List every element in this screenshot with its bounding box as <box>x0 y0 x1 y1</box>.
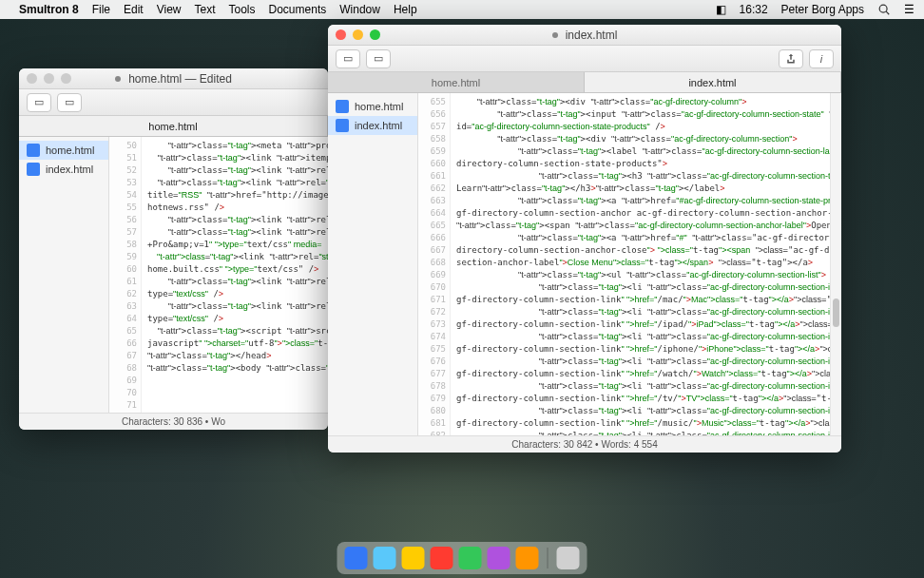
dock-trash[interactable] <box>557 547 580 569</box>
toolbar-button-left2[interactable]: ▭ <box>57 93 82 112</box>
code-area[interactable]: "t-attr">class="t-tag"><div "t-attr">cla… <box>451 93 830 435</box>
svg-line-1 <box>886 11 889 14</box>
sidebar-item-label: index.html <box>46 164 93 175</box>
dock-app-7[interactable] <box>516 547 539 569</box>
info-button[interactable]: i <box>809 49 834 68</box>
tab-home[interactable]: home.html <box>328 72 585 92</box>
menubar-extra-icon[interactable]: ◧ <box>716 3 726 16</box>
toolbar-button-left1[interactable]: ▭ <box>27 93 51 112</box>
sidebar-item-label: home.html <box>46 144 94 156</box>
code-area[interactable]: "t-attr">class="t-tag"><meta "t-attr">pr… <box>142 137 328 413</box>
clock[interactable]: 16:32 <box>740 3 768 16</box>
dock-app-2[interactable] <box>374 547 396 569</box>
editor[interactable]: 655 656 657 658 659 660 661 662 663 664 … <box>418 93 830 435</box>
zoom-button[interactable] <box>61 73 71 84</box>
line-gutter: 50 51 52 53 54 55 56 57 58 59 60 61 62 6… <box>109 137 142 413</box>
dock-separator <box>548 548 549 568</box>
document-proxy-icon[interactable] <box>552 32 558 38</box>
svg-point-0 <box>879 5 887 12</box>
file-sidebar: home.html index.html <box>19 137 109 413</box>
sidebar-item-label: home.html <box>355 101 403 112</box>
dock-app-4[interactable] <box>431 547 453 569</box>
status-text: Characters: 30 836 • Wo <box>122 416 225 427</box>
close-button[interactable] <box>336 29 346 40</box>
file-icon <box>27 144 40 157</box>
minimize-button[interactable] <box>353 29 363 40</box>
share-button[interactable] <box>779 49 803 68</box>
dock-app-1[interactable] <box>345 547 368 569</box>
notification-center-icon[interactable]: ☰ <box>904 3 914 16</box>
toolbar: ▭ ▭ <box>19 89 328 116</box>
vertical-scrollbar[interactable] <box>830 93 841 435</box>
spotlight-icon[interactable] <box>877 3 891 16</box>
menu-file[interactable]: File <box>92 3 110 16</box>
dock-app-3[interactable] <box>402 547 425 569</box>
tabbar: home.html index.html <box>328 72 841 93</box>
sidebar-item-index[interactable]: index.html <box>328 116 417 135</box>
toolbar-button-left2[interactable]: ▭ <box>366 49 391 68</box>
sidebar-item-home[interactable]: home.html <box>19 141 108 160</box>
user-menu[interactable]: Peter Borg Apps <box>781 3 864 16</box>
tab-index[interactable]: index.html <box>585 72 841 92</box>
sidebar-item-index[interactable]: index.html <box>19 160 108 179</box>
status-text: Characters: 30 842 • Words: 4 554 <box>511 439 657 450</box>
menubar: Smultron 8 File Edit View Text Tools Doc… <box>0 0 924 19</box>
window-index: index.html ▭ ▭ i home.html index.html ho… <box>328 25 841 453</box>
tab-home[interactable]: home.html <box>19 116 328 136</box>
app-name[interactable]: Smultron 8 <box>19 3 79 16</box>
tabbar: home.html <box>19 116 328 137</box>
menu-edit[interactable]: Edit <box>124 3 144 16</box>
editor[interactable]: 50 51 52 53 54 55 56 57 58 59 60 61 62 6… <box>109 137 328 413</box>
menu-window[interactable]: Window <box>339 3 380 16</box>
window-title: home.html — Edited <box>128 72 232 86</box>
dock-app-6[interactable] <box>488 547 510 569</box>
sidebar-item-home[interactable]: home.html <box>328 97 417 116</box>
file-icon <box>336 119 349 132</box>
menu-view[interactable]: View <box>157 3 182 16</box>
titlebar[interactable]: home.html — Edited <box>19 68 328 89</box>
dock-app-5[interactable] <box>459 547 482 569</box>
close-button[interactable] <box>27 73 37 84</box>
menu-text[interactable]: Text <box>195 3 216 16</box>
statusbar: Characters: 30 836 • Wo <box>19 413 328 430</box>
minimize-button[interactable] <box>44 73 54 84</box>
zoom-button[interactable] <box>370 29 380 40</box>
statusbar: Characters: 30 842 • Words: 4 554 <box>328 435 841 453</box>
document-proxy-icon[interactable] <box>115 76 121 82</box>
dock <box>337 542 587 574</box>
file-icon <box>336 100 349 113</box>
window-title: index.html <box>566 29 618 42</box>
file-sidebar: home.html index.html <box>328 93 418 435</box>
window-home: home.html — Edited ▭ ▭ home.html home.ht… <box>19 68 328 430</box>
file-icon <box>27 163 40 176</box>
sidebar-item-label: index.html <box>355 120 402 131</box>
menu-tools[interactable]: Tools <box>229 3 256 16</box>
scrollbar-thumb[interactable] <box>833 299 839 327</box>
toolbar-button-left1[interactable]: ▭ <box>336 49 360 68</box>
line-gutter: 655 656 657 658 659 660 661 662 663 664 … <box>418 93 451 435</box>
menu-documents[interactable]: Documents <box>269 3 327 16</box>
titlebar[interactable]: index.html <box>328 25 841 46</box>
menu-help[interactable]: Help <box>394 3 417 16</box>
toolbar: ▭ ▭ i <box>328 46 841 72</box>
